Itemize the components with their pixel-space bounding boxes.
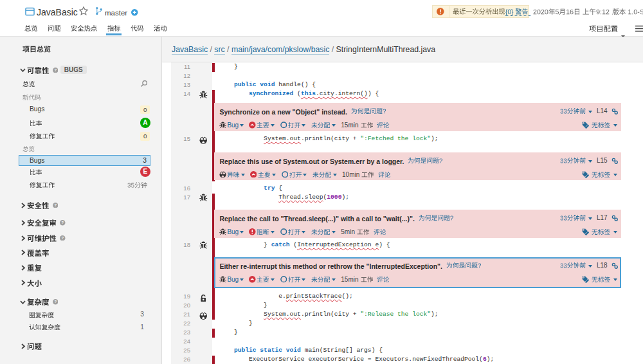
svg-text:?: ?	[62, 236, 64, 240]
svg-text:?: ?	[62, 221, 64, 225]
svg-text:?: ?	[54, 300, 57, 304]
svg-text:?: ?	[54, 68, 57, 72]
svg-text:?: ?	[54, 203, 57, 207]
